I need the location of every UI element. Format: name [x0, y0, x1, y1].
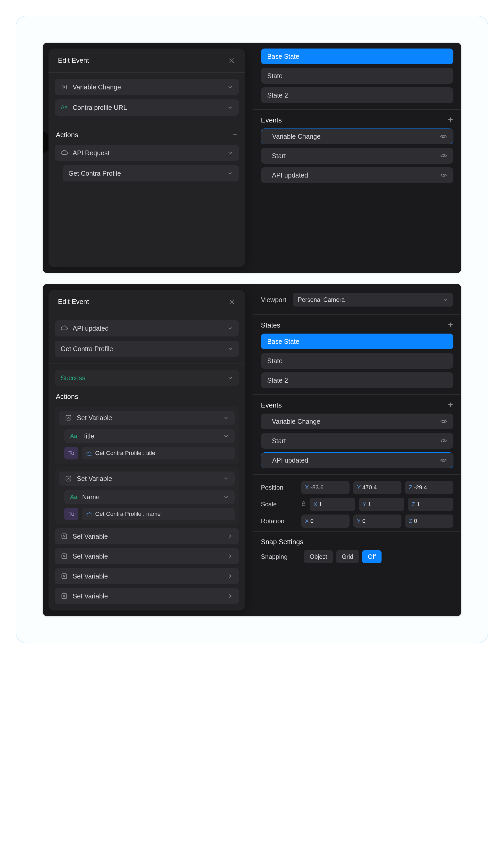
- chevron-down-icon: [228, 105, 233, 111]
- close-icon[interactable]: [228, 298, 236, 306]
- action-type-select[interactable]: Set Variable: [59, 471, 235, 486]
- action-type-label: Set Variable: [77, 414, 218, 422]
- status-label: Success: [61, 374, 223, 382]
- action-type-label: API Request: [73, 149, 223, 157]
- events-heading: Events: [261, 401, 282, 409]
- action-value-select[interactable]: Get Contra Profile: [63, 165, 239, 182]
- status-select[interactable]: Success: [55, 370, 239, 386]
- state-item[interactable]: State: [261, 353, 453, 369]
- position-z[interactable]: Z-29.4: [405, 481, 453, 494]
- rotation-x[interactable]: X0: [301, 515, 350, 527]
- cloud-icon: [86, 511, 93, 516]
- chevron-down-icon: [223, 494, 229, 500]
- value-text: Get Contra Profile : title: [95, 450, 155, 457]
- viewport-select[interactable]: Personal Camera: [293, 293, 453, 306]
- action-type-select[interactable]: API Request: [55, 145, 239, 161]
- add-event-button[interactable]: [448, 116, 453, 124]
- variable-label: Title: [82, 433, 218, 440]
- text-type-icon: Aa: [70, 433, 77, 440]
- position-y[interactable]: Y470.4: [353, 481, 402, 494]
- event-item[interactable]: API updated: [261, 167, 453, 183]
- snap-option-grid[interactable]: Grid: [336, 550, 359, 563]
- value-source-pill[interactable]: Get Contra Profile : title: [82, 447, 235, 459]
- events-heading: Events: [261, 116, 282, 124]
- visibility-icon[interactable]: [440, 457, 447, 464]
- rotation-z[interactable]: Z0: [405, 515, 453, 527]
- visibility-icon[interactable]: [440, 418, 447, 425]
- variable-select[interactable]: AaName: [64, 490, 235, 504]
- variable-select[interactable]: Aa Contra profile URL: [55, 99, 239, 116]
- state-item[interactable]: State: [261, 68, 453, 84]
- close-icon[interactable]: [228, 57, 236, 65]
- add-action-button[interactable]: [232, 392, 238, 401]
- set-variable-icon: [65, 475, 72, 482]
- visibility-icon[interactable]: [440, 152, 447, 160]
- screenshot-1: ▶ rly Rate: Edit Event Variable Change A…: [43, 43, 461, 273]
- scale-y[interactable]: Y1: [359, 498, 404, 511]
- outer-card: ▶ rly Rate: Edit Event Variable Change A…: [16, 16, 488, 643]
- chevron-right-icon: [228, 573, 233, 579]
- text-type-icon: Aa: [70, 493, 77, 501]
- trigger-type-select[interactable]: Variable Change: [55, 79, 239, 95]
- scale-z[interactable]: Z1: [408, 498, 453, 511]
- to-label: To: [64, 447, 79, 459]
- edit-event-modal: Edit Event Variable Change Aa Contra pro…: [49, 49, 245, 267]
- action-collapsed[interactable]: Set Variable: [55, 568, 239, 584]
- visibility-icon[interactable]: [440, 133, 447, 140]
- state-item[interactable]: State 2: [261, 87, 453, 103]
- viewport-value: Personal Camera: [298, 296, 345, 303]
- lock-icon[interactable]: [301, 501, 306, 508]
- snap-option-off[interactable]: Off: [362, 550, 382, 563]
- set-variable-icon: [61, 533, 68, 540]
- chevron-down-icon: [228, 170, 233, 176]
- action-collapsed[interactable]: Set Variable: [55, 528, 239, 544]
- action-collapsed[interactable]: Set Variable: [55, 588, 239, 604]
- event-item[interactable]: Start: [261, 433, 453, 449]
- cloud-icon: [86, 451, 93, 455]
- event-item[interactable]: Variable Change: [261, 129, 453, 144]
- modal-title: Edit Event: [58, 298, 89, 306]
- event-item[interactable]: Variable Change: [261, 414, 453, 429]
- cloud-icon: [61, 325, 68, 332]
- visibility-icon[interactable]: [440, 171, 447, 179]
- edit-event-modal-2: Edit Event API updated Get Contra Profil…: [49, 290, 245, 610]
- source-select[interactable]: Get Contra Profile: [55, 341, 239, 357]
- event-item[interactable]: Start: [261, 148, 453, 164]
- set-variable-icon: [61, 572, 68, 580]
- chevron-down-icon: [228, 375, 233, 381]
- event-label: Variable Change: [272, 418, 320, 425]
- position-x[interactable]: X-83.6: [301, 481, 350, 494]
- chevron-right-icon: [228, 593, 233, 599]
- scale-x[interactable]: X1: [310, 498, 355, 511]
- states-heading: States: [261, 321, 280, 330]
- variable-select[interactable]: AaTitle: [64, 429, 235, 443]
- add-action-button[interactable]: [232, 131, 238, 139]
- position-label: Position: [261, 484, 298, 491]
- action-type-select[interactable]: Set Variable: [59, 411, 235, 425]
- chevron-down-icon: [228, 150, 233, 156]
- snapping-label: Snapping: [261, 553, 300, 560]
- chevron-down-icon: [223, 415, 229, 421]
- rotation-y[interactable]: Y0: [353, 515, 402, 527]
- event-label: Variable Change: [272, 133, 320, 140]
- chevron-right-icon: [228, 533, 233, 539]
- action-collapsed[interactable]: Set Variable: [55, 548, 239, 564]
- cloud-icon: [61, 149, 68, 156]
- trigger-select[interactable]: API updated: [55, 320, 239, 336]
- visibility-icon[interactable]: [440, 437, 447, 445]
- value-source-pill[interactable]: Get Contra Profile : name: [82, 508, 235, 520]
- snap-option-object[interactable]: Object: [304, 550, 333, 563]
- event-label: API updated: [272, 457, 308, 464]
- action-type-label: Set Variable: [73, 533, 223, 540]
- chevron-down-icon: [228, 84, 233, 90]
- add-state-button[interactable]: [448, 321, 453, 330]
- state-item[interactable]: Base State: [261, 334, 453, 349]
- state-item[interactable]: Base State: [261, 49, 453, 64]
- to-label: To: [64, 508, 79, 520]
- screenshot-2: Edit Event API updated Get Contra Profil…: [43, 284, 461, 617]
- add-event-button[interactable]: [448, 401, 453, 409]
- event-label: API updated: [272, 171, 308, 179]
- event-item[interactable]: API updated: [261, 452, 453, 468]
- state-item[interactable]: State 2: [261, 372, 453, 388]
- trigger-type-label: Variable Change: [73, 83, 223, 91]
